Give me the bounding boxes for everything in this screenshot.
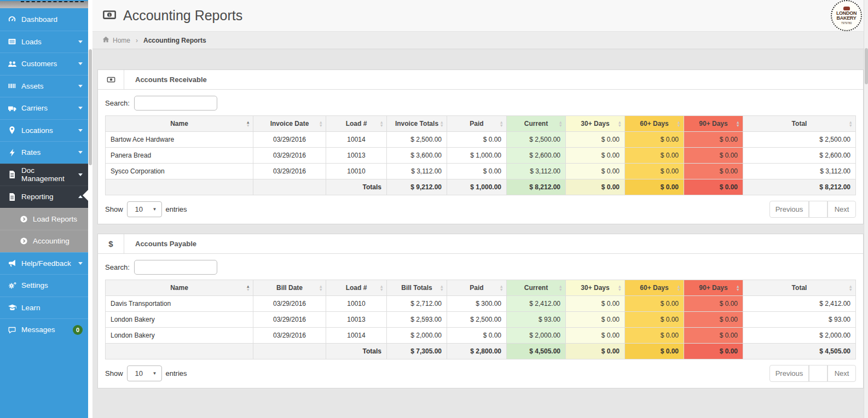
sidebar-item-label: Assets	[21, 82, 44, 90]
sidebar-item-assets[interactable]: Assets	[0, 75, 88, 97]
megaphone-icon	[7, 259, 18, 268]
sidebar-item-dashboard[interactable]: Dashboard	[0, 8, 88, 31]
table-cell: $ 2,593.00	[387, 312, 447, 328]
col-header-90-days[interactable]: 90+ Days	[684, 280, 743, 296]
sidebar-item-learn[interactable]: Learn	[0, 297, 88, 319]
sort-icon	[246, 285, 250, 291]
next-page-button[interactable]: Next	[828, 365, 856, 382]
sidebar-item-help-feedback[interactable]: Help/Feedback	[0, 252, 88, 275]
sort-icon	[618, 121, 622, 127]
sidebar-scrollbar-thumb[interactable]	[89, 49, 92, 165]
next-page-button[interactable]: Next	[828, 201, 856, 218]
sidebar-item-label: Load Reports	[33, 215, 77, 223]
sidebar-top-strip	[0, 1, 88, 8]
table-cell: $ 0.00	[566, 328, 625, 344]
sort-icon	[440, 121, 444, 127]
table-cell: $ 93.00	[743, 312, 856, 328]
col-header-60-days[interactable]: 60+ Days	[625, 116, 684, 132]
page-scrollbar[interactable]	[864, 0, 868, 418]
sort-icon	[736, 285, 740, 291]
col-header-bill-date[interactable]: Bill Date	[253, 280, 326, 296]
table-cell: $ 8,212.00	[507, 179, 566, 195]
sort-icon	[618, 285, 622, 291]
col-header-load[interactable]: Load #	[326, 116, 387, 132]
sort-icon	[440, 285, 444, 291]
sidebar-item-accounting[interactable]: Accounting	[0, 230, 88, 252]
col-header-30-days[interactable]: 30+ Days	[566, 116, 625, 132]
col-header-load[interactable]: Load #	[326, 280, 387, 296]
previous-page-button[interactable]: Previous	[769, 201, 809, 218]
col-header-invoice-totals[interactable]: Invoice Totals	[387, 116, 447, 132]
table-cell: $ 0.00	[566, 132, 625, 148]
table-cell: 03/29/2016	[253, 132, 326, 148]
sort-icon	[559, 121, 563, 127]
table-row: London Bakery03/29/201610013$ 2,593.00$ …	[106, 312, 856, 328]
sidebar-item-rates[interactable]: Rates	[0, 141, 88, 164]
col-header-30-days[interactable]: 30+ Days	[566, 280, 625, 296]
totals-row: Totals$ 7,305.00$ 2,800.00$ 4,505.00$ 0.…	[106, 344, 856, 359]
col-header-paid[interactable]: Paid	[447, 280, 507, 296]
col-header-name[interactable]: Name	[106, 116, 253, 132]
table-cell: $ 0.00	[447, 132, 507, 148]
table-cell	[253, 179, 326, 195]
table-cell: $ 2,600.00	[743, 148, 856, 164]
table-cell: $ 2,500.00	[387, 132, 447, 148]
entries-label: entries	[166, 369, 187, 378]
search-label: Search:	[105, 263, 130, 271]
table-cell: Sysco Corporation	[106, 164, 253, 179]
col-header-total[interactable]: Total	[743, 116, 856, 132]
sidebar-item-loads[interactable]: Loads	[0, 31, 88, 53]
select-caret-icon: ▼	[153, 371, 157, 376]
table-cell: $ 4,505.00	[743, 344, 856, 359]
sidebar-item-locations[interactable]: Locations	[0, 119, 88, 142]
search-input[interactable]	[134, 260, 217, 275]
table-cell: $ 0.00	[566, 179, 625, 195]
sidebar-item-label: Reporting	[21, 193, 54, 201]
col-header-invoice-date[interactable]: Invoice Date	[253, 116, 326, 132]
sidebar-item-carriers[interactable]: Carriers	[0, 97, 88, 119]
sidebar-item-doc-management[interactable]: Doc Management	[0, 164, 88, 186]
col-header-60-days[interactable]: 60+ Days	[625, 280, 684, 296]
current-page-button[interactable]: 1	[809, 365, 828, 382]
table-cell: $ 3,112.00	[507, 164, 566, 179]
table-cell: $ 3,112.00	[743, 164, 856, 179]
sort-icon	[500, 285, 504, 291]
table-cell: $ 0.00	[684, 164, 743, 179]
page-scrollbar-thumb[interactable]	[865, 48, 868, 84]
page-size-select[interactable]: 10▼	[127, 201, 162, 217]
sort-icon	[246, 121, 250, 127]
chat-bubble-icon	[7, 326, 18, 334]
breadcrumb-home-link[interactable]: Home	[102, 36, 130, 44]
sidebar-item-customers[interactable]: Customers	[0, 53, 88, 75]
table-cell: $ 0.00	[625, 344, 684, 359]
col-header-current[interactable]: Current	[507, 280, 566, 296]
sidebar-item-messages[interactable]: Messages 0	[0, 318, 88, 341]
sidebar-item-settings[interactable]: Settings	[0, 274, 88, 297]
sort-icon	[380, 285, 384, 291]
table-cell: $ 0.00	[625, 179, 684, 195]
sidebar-scrollbar[interactable]	[88, 0, 92, 418]
page-size-select[interactable]: 10▼	[127, 365, 162, 381]
current-page-button[interactable]: 1	[809, 201, 828, 218]
sidebar: Dashboard Loads Customers	[0, 0, 88, 418]
sidebar-item-label: Help/Feedback	[21, 259, 71, 268]
show-label: Show	[105, 205, 123, 213]
previous-page-button[interactable]: Previous	[769, 365, 809, 382]
chevron-down-icon	[78, 262, 83, 265]
breadcrumb-separator: ›	[136, 37, 138, 44]
messages-count-badge: 0	[73, 325, 83, 335]
table-cell: 03/29/2016	[253, 328, 326, 344]
col-header-paid[interactable]: Paid	[447, 116, 507, 132]
col-header-90-days[interactable]: 90+ Days	[684, 116, 743, 132]
sidebar-item-label: Doc Management	[21, 166, 78, 183]
col-header-total[interactable]: Total	[743, 280, 856, 296]
search-input[interactable]	[134, 96, 217, 111]
sidebar-item-label: Accounting	[33, 237, 70, 245]
col-header-name[interactable]: Name	[106, 280, 253, 296]
sort-icon	[849, 121, 853, 127]
col-header-bill-totals[interactable]: Bill Totals	[387, 280, 447, 296]
sidebar-item-reporting[interactable]: Reporting	[0, 185, 88, 208]
sidebar-item-load-reports[interactable]: Load Reports	[0, 208, 88, 230]
col-header-current[interactable]: Current	[507, 116, 566, 132]
table-cell: $ 3,112.00	[387, 164, 447, 179]
